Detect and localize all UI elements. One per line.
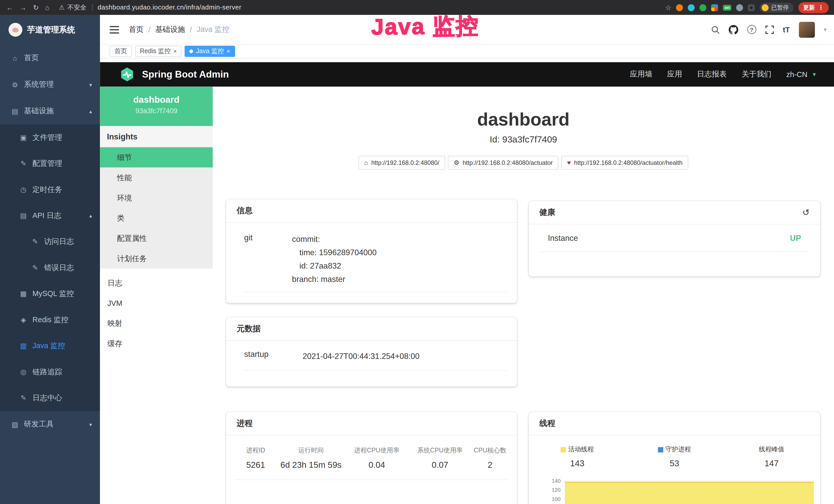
- java-monitor-icon: ▥: [19, 342, 28, 350]
- screen: ← → ↻ ⌂ ⚠ 不安全 dashboard.yudao.iocoder.cn…: [0, 0, 834, 504]
- sidebar-item-trace[interactable]: ◎ 链路追踪: [0, 359, 100, 385]
- sidebar-item-home[interactable]: ⌂ 首页: [0, 45, 100, 71]
- sidebar-item-log-center[interactable]: ✎ 日志中心: [0, 385, 100, 411]
- divider: [92, 4, 92, 11]
- sba-locale-select[interactable]: zh-CN: [786, 70, 807, 78]
- tab-redis[interactable]: Redis 监控 ×: [135, 46, 182, 57]
- home-icon[interactable]: ⌂: [45, 3, 49, 11]
- monitor-icon: ▤: [10, 107, 19, 115]
- sba-brand[interactable]: Spring Boot Admin: [119, 67, 229, 83]
- tab-close-icon[interactable]: ×: [226, 48, 230, 54]
- sidebar-item-devtools[interactable]: ▧ 研发工具 ▾: [0, 411, 100, 438]
- sba-nav-applications[interactable]: 应用: [667, 70, 682, 79]
- breadcrumb-infra[interactable]: 基础设施: [155, 25, 185, 34]
- menu-item-jvm[interactable]: JVM: [100, 293, 213, 313]
- active-dot: [190, 49, 193, 53]
- app-logo-row[interactable]: 芋道管理系统: [0, 15, 100, 45]
- daemon-threads-swatch: [658, 447, 663, 452]
- service-url-link[interactable]: ⌂ http://192.168.0.2:48080/: [358, 156, 445, 170]
- address-bar[interactable]: dashboard.yudao.iocoder.cn/infra/admin-s…: [97, 4, 241, 11]
- tag-tab-bar: 首页 Redis 监控 × Java 监控 ×: [100, 45, 834, 59]
- menu-item-environment[interactable]: 环境: [100, 188, 213, 208]
- actuator-url-link[interactable]: ⚙ http://192.168.0.2:48080/actuator: [448, 156, 558, 170]
- avatar[interactable]: [799, 22, 815, 38]
- sidebar-item-redis[interactable]: ◈ Redis 监控: [0, 307, 100, 333]
- menu-item-caches[interactable]: 缓存: [100, 333, 213, 353]
- avatar-caret-icon[interactable]: ▾: [824, 27, 827, 32]
- sidebar-item-infra[interactable]: ▤ 基础设施 ▴: [0, 98, 100, 124]
- hamburger-icon[interactable]: [110, 26, 119, 33]
- sidebar-item-config[interactable]: ✎ 配置管理: [0, 151, 100, 176]
- status-badge: UP: [790, 233, 801, 243]
- extension-icon-gray[interactable]: [736, 4, 743, 11]
- sba-nav-about[interactable]: 关于我们: [742, 70, 771, 79]
- search-icon[interactable]: [711, 25, 720, 33]
- tab-java[interactable]: Java 监控 ×: [185, 46, 235, 57]
- menu-item-classes[interactable]: 类: [100, 208, 213, 228]
- fullscreen-icon[interactable]: [765, 25, 774, 33]
- github-icon[interactable]: [728, 25, 738, 34]
- forward-icon[interactable]: →: [20, 3, 27, 11]
- paused-label: 已暂停: [771, 3, 789, 11]
- reload-icon[interactable]: ↻: [33, 3, 39, 11]
- health-row-instance[interactable]: Instance UP: [540, 224, 810, 252]
- page-subtitle: Id: 93a3fc7f7409: [213, 135, 834, 145]
- breadcrumb-home[interactable]: 首页: [129, 25, 144, 34]
- metadata-row-startup: startup 2021-04-27T00:44:31.254+08:00: [244, 349, 506, 371]
- chevron-down-icon[interactable]: ▾: [813, 71, 816, 78]
- chevron-up-icon: ▴: [89, 212, 92, 219]
- kebab-menu-icon[interactable]: ⋮: [818, 4, 824, 11]
- extension-icon-orange[interactable]: [676, 4, 683, 11]
- metadata-card: 元数据 startup 2021-04-27T00:44:31.254+08:0…: [226, 317, 517, 386]
- page-title: dashboard: [213, 109, 834, 130]
- history-icon[interactable]: ↺: [803, 207, 810, 217]
- smiley-icon: [762, 4, 768, 11]
- warning-icon: ⚠: [59, 4, 64, 11]
- update-button[interactable]: 更新 ⋮: [798, 2, 829, 13]
- menu-item-mappings[interactable]: 映射: [100, 313, 213, 334]
- menu-item-logs[interactable]: 日志: [100, 273, 213, 293]
- devtools-icon: ▧: [10, 420, 19, 428]
- sidebar-item-error-log[interactable]: ✎ 错误日志: [0, 255, 100, 281]
- extension-icon-teal[interactable]: [688, 4, 695, 11]
- extension-icon-grid[interactable]: [711, 4, 718, 11]
- instance-header[interactable]: dashboard 93a3fc7f7409: [100, 87, 213, 126]
- bookmark-star-icon[interactable]: ☆: [665, 3, 672, 11]
- menu-item-scheduled-tasks[interactable]: 计划任务: [100, 248, 213, 269]
- instance-links: ⌂ http://192.168.0.2:48080/ ⚙ http://192…: [213, 156, 834, 170]
- trace-eye-icon: ◎: [19, 368, 28, 376]
- sidebar-item-access-log[interactable]: ✎ 访问日志: [0, 229, 100, 254]
- sidebar-item-files[interactable]: ▣ 文件管理: [0, 124, 100, 151]
- extension-on-badge[interactable]: on: [723, 5, 731, 10]
- sidebar-item-mysql[interactable]: ▦ MySQL 监控: [0, 281, 100, 306]
- sidebar-item-java[interactable]: ▥ Java 监控: [0, 333, 100, 359]
- sba-nav-journal[interactable]: 日志报表: [697, 70, 727, 79]
- health-url-link[interactable]: ♥ http://192.168.0.2:48080/actuator/heal…: [561, 156, 688, 170]
- sba-nav-wallboard[interactable]: 应用墙: [630, 70, 652, 79]
- security-label[interactable]: 不安全: [67, 3, 87, 12]
- edit-icon: ✎: [19, 159, 28, 167]
- tab-home[interactable]: 首页: [110, 46, 132, 57]
- sidebar-item-system[interactable]: ⚙ 系统管理 ▾: [0, 71, 100, 98]
- menu-item-metrics[interactable]: 性能: [100, 167, 213, 188]
- sba-navbar: Spring Boot Admin 应用墙 应用 日志报表 关于我们 zh-CN…: [100, 62, 834, 87]
- wrench-icon: ⚙: [454, 159, 459, 166]
- log-center-icon: ✎: [19, 394, 28, 402]
- font-size-icon[interactable]: tT: [783, 25, 790, 33]
- sidebar-item-jobs[interactable]: ◷ 定时任务: [0, 177, 100, 203]
- sba-main: dashboard Id: 93a3fc7f7409 ⌂ http://192.…: [213, 87, 834, 504]
- app-title: 芋道管理系统: [27, 25, 75, 35]
- info-row-git: git commit: time: 1596289704000 id: 27aa…: [244, 232, 506, 293]
- back-icon[interactable]: ←: [6, 3, 13, 11]
- timer-icon: ◷: [19, 186, 28, 193]
- menu-item-config-props[interactable]: 配置属性: [100, 228, 213, 248]
- dashboard-icon: ⌂: [10, 54, 19, 62]
- menu-item-details[interactable]: 细节: [100, 147, 213, 168]
- extension-icon-green[interactable]: [700, 4, 707, 11]
- spring-boot-admin-logo: [119, 67, 135, 83]
- extensions-puzzle-icon[interactable]: [748, 4, 755, 11]
- tab-close-icon[interactable]: ×: [173, 48, 177, 54]
- paused-badge[interactable]: 已暂停: [760, 2, 794, 12]
- help-icon[interactable]: ?: [747, 25, 756, 34]
- sidebar-item-api-log[interactable]: ▤ API 日志 ▴: [0, 203, 100, 229]
